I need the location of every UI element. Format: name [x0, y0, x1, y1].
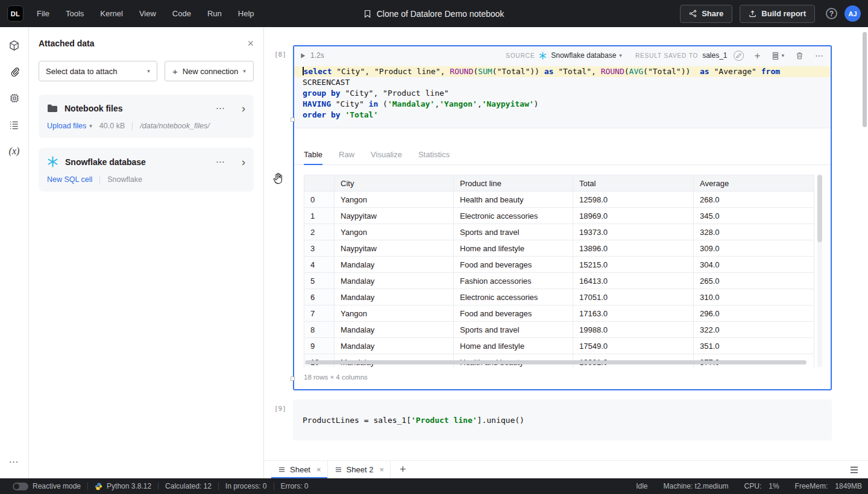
- snowflake-card[interactable]: Snowflake database ⋯ › New SQL cell Snow…: [39, 148, 254, 192]
- rail-more-icon[interactable]: ⋯: [9, 456, 20, 467]
- notebook-title[interactable]: Clone of Datalore Demo notebook: [377, 9, 505, 19]
- chevron-right-icon[interactable]: ›: [242, 103, 245, 113]
- table-row[interactable]: 8MandalaySports and travel19988.0322.0: [304, 322, 814, 338]
- menu-view[interactable]: View: [139, 9, 156, 18]
- datalore-logo[interactable]: DL: [7, 5, 24, 22]
- more-icon[interactable]: ⋯: [216, 103, 225, 114]
- source-selector[interactable]: Snowflake database ▾: [551, 51, 622, 60]
- outline-icon[interactable]: [8, 119, 20, 131]
- column-header[interactable]: Average: [694, 175, 814, 192]
- environment-icon[interactable]: [8, 92, 20, 104]
- page-scrollbar[interactable]: [863, 32, 867, 455]
- more-actions-icon[interactable]: ⋯: [815, 51, 823, 60]
- new-connection-button[interactable]: + New connection ▾: [165, 61, 254, 81]
- run-cell-icon[interactable]: [300, 52, 306, 59]
- build-report-button[interactable]: Build report: [740, 5, 815, 23]
- column-header[interactable]: [304, 175, 335, 192]
- code-line[interactable]: ProductLines = sales_1['Product line'].u…: [293, 416, 534, 425]
- table-cell: 304.0: [694, 257, 814, 273]
- column-header[interactable]: Product line: [454, 175, 573, 192]
- scrollbar-thumb[interactable]: [863, 32, 867, 127]
- snowflake-icon: [47, 156, 58, 167]
- close-sheet-icon[interactable]: ×: [379, 465, 384, 474]
- table-row[interactable]: 0YangonHealth and beauty12598.0268.0: [304, 192, 814, 208]
- table-row[interactable]: 9MandalayHome and lifestyle17549.0351.0: [304, 338, 814, 354]
- help-button[interactable]: ?: [826, 8, 837, 19]
- menu-run[interactable]: Run: [207, 9, 222, 18]
- table-cell: Mandalay: [335, 257, 454, 273]
- notebook-files-card[interactable]: Notebook files ⋯ › Upload files ▾ 40.0 k…: [39, 95, 254, 138]
- menu-help[interactable]: Help: [238, 9, 254, 18]
- code-token: (: [378, 99, 388, 108]
- code-line[interactable]: order by 'Total': [294, 110, 831, 120]
- code-line[interactable]: SCREENCAST: [294, 77, 831, 88]
- cell-8-wrap: [8] 1.2s SOURCE: [293, 45, 832, 390]
- table-row[interactable]: 7YangonFood and beverages17163.0296.0: [304, 305, 814, 322]
- cell-type-icon[interactable]: ▾: [772, 52, 784, 60]
- cell-drag-handle[interactable]: [291, 377, 295, 381]
- cell-drag-handle[interactable]: [291, 117, 295, 122]
- edit-result-name-icon[interactable]: [734, 51, 744, 61]
- result-tab-statistics[interactable]: Statistics: [418, 150, 450, 164]
- sheet-tab-sheet[interactable]: Sheet×: [271, 461, 328, 478]
- close-panel-icon[interactable]: ×: [247, 38, 254, 49]
- code-line[interactable]: HAVING "City" in ('Mandalay','Yangon','N…: [294, 99, 831, 110]
- result-tab-table[interactable]: Table: [304, 150, 322, 164]
- result-tabs: TableRawVisualizeStatistics: [294, 150, 831, 165]
- select-data-dropdown[interactable]: Select data to attach ▾: [39, 61, 157, 81]
- table-row[interactable]: 4MandalayFood and beverages15215.0304.0: [304, 257, 814, 273]
- table-cell: 5: [304, 273, 335, 289]
- python-version: Python 3.8.12: [107, 482, 151, 490]
- reactive-mode-toggle[interactable]: [13, 483, 28, 490]
- sql-code-editor[interactable]: select "City", "Product line", ROUND(SUM…: [294, 64, 831, 128]
- reactive-mode-control[interactable]: Reactive mode: [6, 482, 87, 490]
- table-row[interactable]: 6MandalayElectronic accessories17051.031…: [304, 289, 814, 305]
- kernel-info[interactable]: Python 3.8.12: [88, 482, 158, 490]
- table-row[interactable]: 2YangonSports and travel19373.0328.0: [304, 224, 814, 240]
- source-label: SOURCE: [506, 52, 535, 59]
- table-vertical-scrollbar[interactable]: [817, 175, 822, 367]
- python-code-editor[interactable]: ProductLines = sales_1['Product line'].u…: [293, 416, 534, 425]
- delete-cell-icon[interactable]: [796, 52, 804, 60]
- table-cell: Naypyitaw: [335, 240, 454, 257]
- table-cell: Yangon: [335, 305, 454, 322]
- table-cell: 18969.0: [573, 208, 694, 224]
- result-tab-raw[interactable]: Raw: [339, 150, 354, 164]
- table-row[interactable]: 3NaypyitawHome and lifestyle13896.0309.0: [304, 240, 814, 257]
- column-header[interactable]: City: [335, 175, 454, 192]
- code-line[interactable]: group by "City", "Product line": [294, 88, 831, 99]
- sheet-tab-label: Sheet: [290, 465, 310, 474]
- variables-icon[interactable]: (x): [8, 145, 20, 157]
- python-cell[interactable]: ProductLines = sales_1['Product line'].u…: [293, 399, 832, 440]
- new-sql-cell-link[interactable]: New SQL cell: [47, 175, 92, 184]
- modules-icon[interactable]: [8, 39, 20, 51]
- sql-cell[interactable]: 1.2s SOURCE Snowflake database ▾: [293, 45, 832, 390]
- table-cell: 17549.0: [573, 338, 694, 354]
- table-row[interactable]: 1NaypyitawElectronic accessories18969.03…: [304, 208, 814, 224]
- table-row[interactable]: 5MandalayFashion accessories16413.0265.0: [304, 273, 814, 289]
- menu-file[interactable]: File: [37, 9, 49, 18]
- sheets-menu-icon[interactable]: [849, 461, 868, 478]
- table-horizontal-scrollbar[interactable]: [305, 360, 807, 364]
- share-button[interactable]: Share: [680, 5, 732, 23]
- result-tab-visualize[interactable]: Visualize: [371, 150, 402, 164]
- topbar-actions: Share Build report ? AJ: [680, 5, 861, 23]
- add-sheet-button[interactable]: +: [391, 461, 415, 478]
- chevron-right-icon[interactable]: ›: [242, 157, 245, 167]
- sheet-tab-sheet-2[interactable]: Sheet 2×: [328, 461, 391, 478]
- attached-data-icon[interactable]: [8, 66, 20, 78]
- table-cell: Yangon: [335, 192, 454, 208]
- close-sheet-icon[interactable]: ×: [316, 465, 321, 474]
- more-icon[interactable]: ⋯: [216, 157, 225, 167]
- menu-kernel[interactable]: Kernel: [100, 9, 123, 18]
- menu-code[interactable]: Code: [172, 9, 191, 18]
- code-line[interactable]: select "City", "Product line", ROUND(SUM…: [294, 66, 831, 77]
- new-connection-label: New connection: [183, 67, 239, 76]
- upload-files-link[interactable]: Upload files ▾: [47, 122, 92, 130]
- column-header[interactable]: Total: [573, 175, 694, 192]
- code-token: "Total",: [553, 67, 600, 76]
- add-cell-icon[interactable]: +: [755, 51, 761, 61]
- notebook-area: [8] 1.2s SOURCE: [264, 27, 868, 460]
- avatar[interactable]: AJ: [844, 5, 861, 22]
- menu-tools[interactable]: Tools: [66, 9, 84, 18]
